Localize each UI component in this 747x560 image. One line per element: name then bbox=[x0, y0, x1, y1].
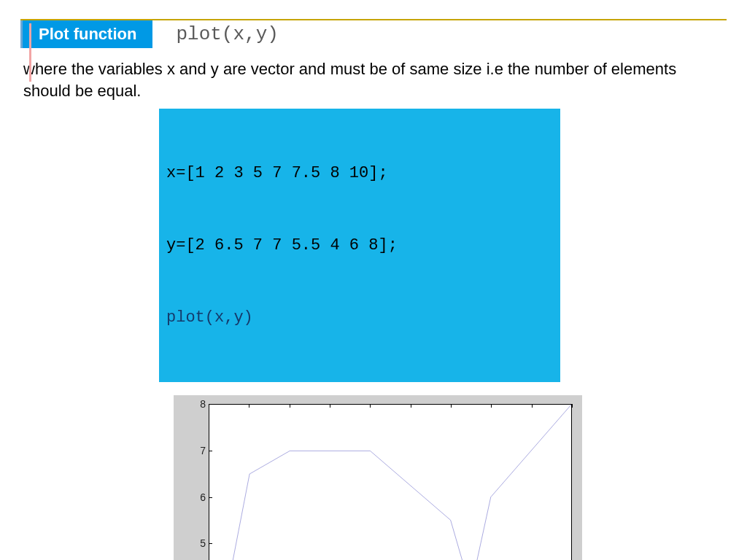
plot-line-series bbox=[209, 405, 571, 560]
code-block: x=[1 2 3 5 7 7.5 8 10]; y=[2 6.5 7 7 5.5… bbox=[159, 109, 560, 382]
y-tick-label: 7 bbox=[174, 445, 206, 456]
section-badge: Plot function bbox=[20, 20, 152, 48]
plot-axes bbox=[209, 404, 572, 560]
y-tick-label: 5 bbox=[174, 537, 206, 549]
title-row: Plot function plot(x,y) bbox=[20, 20, 727, 48]
x-tick-mark-top bbox=[330, 404, 330, 408]
code-line-1: x=[1 2 3 5 7 7.5 8 10]; bbox=[166, 161, 553, 185]
x-tick-mark-top bbox=[290, 404, 290, 408]
x-tick-mark-top bbox=[411, 404, 411, 408]
section-command: plot(x,y) bbox=[152, 20, 278, 48]
x-tick-mark-top bbox=[370, 404, 371, 408]
x-tick-mark-top bbox=[491, 404, 492, 408]
x-tick-mark-top bbox=[451, 404, 452, 408]
y-tick-mark bbox=[209, 451, 212, 451]
x-tick-mark-top bbox=[532, 404, 533, 408]
code-line-2: y=[2 6.5 7 7 5.5 4 6 8]; bbox=[166, 233, 553, 257]
x-tick-mark-top bbox=[209, 404, 209, 408]
plot-figure: 234567812345678910 bbox=[174, 395, 582, 560]
code-line-3: plot(x,y) bbox=[166, 306, 553, 330]
y-tick-mark bbox=[209, 543, 212, 544]
y-tick-label: 8 bbox=[174, 398, 206, 410]
description-text: where the variables x and y are vector a… bbox=[23, 58, 721, 101]
y-tick-mark bbox=[209, 497, 212, 498]
y-tick-label: 6 bbox=[174, 491, 206, 503]
x-tick-mark-top bbox=[249, 404, 249, 408]
accent-left-bar bbox=[29, 23, 31, 82]
x-tick-mark-top bbox=[572, 404, 573, 408]
